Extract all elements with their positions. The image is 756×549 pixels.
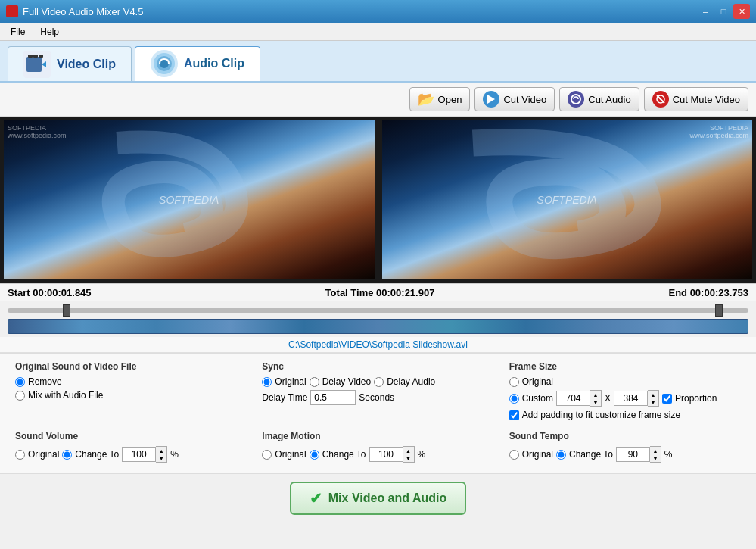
im-unit: %	[418, 449, 426, 460]
maximize-button[interactable]: □	[715, 4, 732, 19]
svg-rect-1	[28, 55, 33, 58]
sv-down[interactable]: ▼	[156, 454, 166, 462]
video-tab-label: Video Clip	[57, 58, 116, 71]
delay-unit-label: Seconds	[359, 392, 394, 403]
cut-audio-label: Cut Audio	[588, 94, 630, 105]
waveform-track[interactable]	[8, 319, 748, 334]
mix-label: Mix with Audio File	[28, 390, 103, 401]
sync-delayaudio-label: Delay Audio	[387, 376, 435, 387]
im-up[interactable]: ▲	[403, 447, 414, 454]
frame-height-up[interactable]: ▲	[648, 391, 658, 398]
filepath-text: C:\Softpedia\VIDEO\Softpedia Slideshow.a…	[288, 339, 468, 350]
delay-time-row: Delay Time Seconds	[262, 390, 493, 405]
total-time: Total Time 00:00:21.907	[325, 287, 435, 298]
sync-original-radio[interactable]	[262, 377, 272, 387]
sv-original-radio[interactable]	[15, 450, 25, 460]
filepath: C:\Softpedia\VIDEO\Softpedia Slideshow.a…	[0, 337, 756, 353]
mix-radio[interactable]	[15, 391, 25, 401]
toolbar: 📂 Open Cut Video Cut Audio Cut Mute Vide…	[0, 83, 756, 117]
remove-radio[interactable]	[15, 377, 25, 387]
sync-original-label: Original	[275, 376, 306, 387]
sync-delayvideo-label: Delay Video	[322, 376, 372, 387]
frame-original-row: Original	[509, 376, 741, 387]
frame-size-title: Frame Size	[509, 361, 741, 372]
open-icon: 📂	[418, 91, 434, 108]
im-value-container: ▲ ▼	[369, 446, 415, 463]
im-original-radio[interactable]	[262, 450, 272, 460]
open-label: Open	[438, 94, 462, 105]
frame-width-up[interactable]: ▲	[590, 391, 601, 398]
slider-thumb-end[interactable]	[715, 304, 723, 317]
sound-volume-group: Sound Volume Original Change To ▲ ▼ %	[15, 431, 247, 466]
video-panel-right: SOFTPEDIAwww.softpedia.com	[382, 120, 753, 279]
open-button[interactable]: 📂 Open	[409, 87, 471, 111]
frame-height-arrows: ▲ ▼	[648, 390, 659, 407]
sv-change-radio[interactable]	[62, 450, 72, 460]
remove-label: Remove	[28, 376, 62, 387]
titlebar-controls: – □ ✕	[697, 4, 750, 19]
cut-mute-button[interactable]: Cut Mute Video	[644, 87, 748, 111]
st-original-radio[interactable]	[509, 450, 519, 460]
minimize-button[interactable]: –	[697, 4, 714, 19]
sv-up[interactable]: ▲	[156, 447, 166, 454]
st-value-container: ▲ ▼	[616, 446, 661, 463]
tab-audio[interactable]: Audio Clip	[135, 46, 260, 81]
sync-title: Sync	[262, 361, 493, 372]
im-value-input[interactable]	[369, 447, 403, 462]
cut-video-button[interactable]: Cut Video	[474, 87, 555, 111]
original-sound-title: Original Sound of Video File	[15, 361, 247, 372]
sync-group: Sync Original Delay Video Delay Audio De…	[262, 361, 493, 423]
tab-video[interactable]: Video Clip	[8, 46, 132, 81]
padding-checkbox[interactable]	[509, 410, 519, 420]
sync-delayaudio-radio[interactable]	[374, 377, 384, 387]
sync-delayvideo-radio[interactable]	[310, 377, 319, 387]
sound-volume-row: Original Change To ▲ ▼ %	[15, 446, 247, 463]
video-panel-left: SOFTPEDIAwww.softpedia.com	[4, 120, 375, 279]
sv-original-label: Original	[28, 449, 59, 460]
st-unit: %	[664, 449, 673, 460]
frame-width-input[interactable]	[556, 391, 590, 406]
mix-button[interactable]: ✔ Mix Video and Audio	[290, 482, 466, 515]
menu-file[interactable]: File	[3, 25, 33, 39]
st-value-input[interactable]	[616, 447, 650, 462]
st-original-label: Original	[522, 449, 553, 460]
titlebar: Full Video Audio Mixer V4.5 – □ ✕	[0, 0, 756, 23]
slider-track[interactable]	[8, 308, 748, 313]
delay-time-label: Delay Time	[262, 392, 307, 403]
proportion-checkbox[interactable]	[662, 394, 672, 404]
cut-audio-button[interactable]: Cut Audio	[559, 87, 639, 111]
menu-help[interactable]: Help	[33, 25, 67, 39]
frame-height-input[interactable]	[614, 391, 648, 406]
st-arrows: ▲ ▼	[650, 446, 661, 463]
im-change-radio[interactable]	[310, 450, 319, 460]
end-time: End 00:00:23.753	[668, 287, 748, 298]
frame-original-radio[interactable]	[509, 377, 519, 387]
sound-tempo-group: Sound Tempo Original Change To ▲ ▼ %	[509, 431, 741, 466]
im-down[interactable]: ▼	[403, 454, 414, 462]
st-up[interactable]: ▲	[650, 447, 661, 454]
frame-width-down[interactable]: ▼	[590, 398, 601, 406]
original-sound-remove-row: Remove	[15, 376, 247, 387]
cut-video-label: Cut Video	[503, 94, 546, 105]
audio-label-rest: udio Clip	[193, 57, 244, 70]
sv-arrows: ▲ ▼	[156, 446, 167, 463]
st-down[interactable]: ▼	[650, 454, 661, 462]
cut-audio-icon	[568, 91, 584, 108]
tabs: Video Clip Audio Clip	[0, 41, 756, 83]
close-button[interactable]: ✕	[733, 4, 750, 19]
frame-custom-radio[interactable]	[509, 394, 519, 404]
st-change-label: Change To	[569, 449, 613, 460]
delay-time-input[interactable]	[310, 390, 356, 405]
settings: Original Sound of Video File Remove Mix …	[0, 353, 756, 473]
video-preview-right: SOFTPEDIAwww.softpedia.com	[382, 120, 753, 279]
frame-height-down[interactable]: ▼	[648, 398, 658, 406]
window-title: Full Video Audio Mixer V4.5	[23, 6, 143, 17]
titlebar-left: Full Video Audio Mixer V4.5	[6, 5, 143, 17]
sound-volume-title: Sound Volume	[15, 431, 247, 441]
slider-thumb-start[interactable]	[63, 304, 70, 317]
image-motion-row: Original Change To ▲ ▼ %	[262, 446, 493, 463]
sv-value-input[interactable]	[122, 447, 156, 462]
video-frame-right: SOFTPEDIAwww.softpedia.com	[382, 120, 753, 279]
cut-mute-icon	[652, 91, 669, 108]
st-change-radio[interactable]	[556, 450, 566, 460]
